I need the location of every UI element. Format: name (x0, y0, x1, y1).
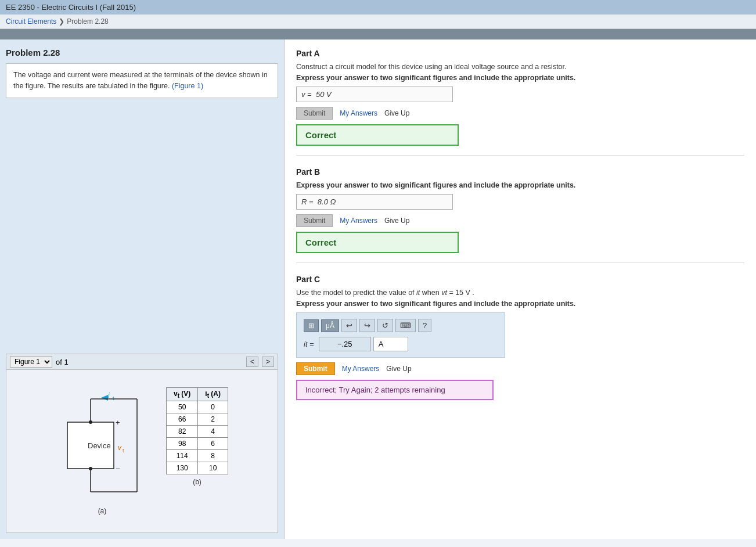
part-c-instr-mid: when (422, 289, 441, 297)
part-c-var1: it (416, 289, 420, 297)
part-b-answer-row (296, 194, 744, 210)
svg-text:Device: Device (88, 441, 111, 450)
part-c-help-button[interactable]: ? (418, 319, 431, 332)
svg-text:+: + (116, 418, 120, 427)
part-a-instruction2: Express your answer to two significant f… (296, 74, 744, 82)
table-row: 662 (166, 413, 228, 426)
table-col2-header: it (A) (198, 388, 228, 401)
table-row: 13010 (166, 462, 228, 474)
part-c-input-area: ⊞ μÅ ↩ ↪ ↺ ⌨ ? it = (296, 312, 505, 358)
part-c-undo-button[interactable]: ↩ (341, 319, 357, 332)
svg-text:t: t (123, 448, 124, 454)
part-c-unit-input[interactable] (373, 337, 408, 351)
part-a-section: Part A Construct a circuit model for thi… (296, 49, 744, 156)
data-table: vt (V) it (A) 500662824986114813010 (166, 387, 228, 474)
part-c-label: Part C (296, 275, 744, 284)
problem-title: Problem 2.28 (6, 48, 278, 57)
divider-bar (0, 29, 756, 39)
part-b-instruction2: Express your answer to two significant f… (296, 181, 744, 189)
part-a-instruction1: Construct a circuit model for this devic… (296, 63, 744, 71)
table-row: 500 (166, 401, 228, 413)
part-c-section: Part C Use the model to predict the valu… (296, 275, 744, 409)
part-b-section: Part B Express your answer to two signif… (296, 167, 744, 263)
course-title: EE 2350 - Electric Circuits I (Fall 2015… (6, 3, 136, 12)
part-c-answer-row: it = (304, 337, 498, 351)
part-c-submit-button[interactable]: Submit (296, 362, 335, 375)
figure-of-label: of 1 (56, 358, 69, 366)
part-b-label: Part B (296, 167, 744, 177)
circuit-svg: i t (56, 387, 149, 503)
part-b-answer-input[interactable] (296, 194, 453, 210)
part-a-label: Part A (296, 49, 744, 58)
part-c-instr-pre: Use the model to predict the value of (296, 289, 416, 297)
data-table-b: vt (V) it (A) 500662824986114813010 (b) (166, 387, 228, 486)
part-c-instr-end: = 15 V . (449, 289, 474, 297)
figure-diagram: i t (56, 387, 228, 515)
part-c-instruction1: Use the model to predict the value of it… (296, 289, 744, 297)
figure-prev-button[interactable]: < (246, 357, 258, 367)
right-panel: Part A Construct a circuit model for thi… (285, 39, 756, 539)
main-layout: Problem 2.28 The voltage and current wer… (0, 39, 756, 539)
table-row: 1148 (166, 450, 228, 462)
part-b-give-up[interactable]: Give Up (384, 217, 409, 225)
table-row: 986 (166, 438, 228, 450)
breadcrumb-separator: ❯ (59, 17, 64, 26)
left-panel: Problem 2.28 The voltage and current wer… (0, 39, 285, 539)
part-c-submit-row: Submit My Answers Give Up (296, 362, 744, 375)
part-c-toolbar: ⊞ μÅ ↩ ↪ ↺ ⌨ ? (304, 319, 498, 332)
part-c-redo-button[interactable]: ↪ (359, 319, 375, 332)
part-c-var2: vt (441, 289, 447, 297)
figure-area: Figure 1 of 1 < > i t (6, 354, 278, 533)
part-c-give-up[interactable]: Give Up (386, 365, 411, 373)
caption-a: (a) (56, 507, 149, 515)
circuit-diagram-a: i t (56, 387, 149, 515)
part-c-tool-grid-button[interactable]: ⊞ (304, 319, 319, 332)
part-b-my-answers-link[interactable]: My Answers (340, 217, 377, 225)
part-c-my-answers-link[interactable]: My Answers (342, 365, 380, 373)
breadcrumb-current: Problem 2.28 (67, 17, 108, 26)
svg-point-13 (89, 467, 92, 470)
part-c-tool-mu-button[interactable]: μÅ (321, 319, 339, 332)
part-b-correct-box: Correct (296, 232, 459, 253)
part-c-value-input[interactable] (319, 337, 371, 351)
svg-text:t: t (113, 395, 114, 401)
svg-marker-2 (101, 395, 108, 401)
part-a-answer-input[interactable] (296, 87, 453, 102)
part-c-reset-button[interactable]: ↺ (377, 319, 393, 332)
problem-description: The voltage and current were measured at… (6, 63, 278, 98)
part-a-my-answers-link[interactable]: My Answers (340, 109, 377, 117)
breadcrumb: Circuit Elements ❯ Problem 2.28 (0, 15, 756, 29)
part-a-correct-box: Correct (296, 124, 459, 146)
figure-select[interactable]: Figure 1 (10, 356, 52, 368)
table-row: 824 (166, 426, 228, 438)
figure-link[interactable]: (Figure 1) (172, 82, 203, 90)
problem-description-text: The voltage and current were measured at… (13, 71, 268, 90)
part-b-submit-button[interactable]: Submit (296, 214, 333, 227)
part-a-give-up[interactable]: Give Up (384, 109, 409, 117)
svg-point-11 (89, 420, 92, 424)
part-a-submit-button[interactable]: Submit (296, 107, 333, 120)
part-a-submit-row: Submit My Answers Give Up (296, 107, 744, 120)
part-a-answer-row (296, 87, 744, 102)
part-c-incorrect-box: Incorrect; Try Again; 2 attempts remaini… (296, 380, 494, 400)
part-c-answer-prefix: it = (304, 340, 314, 348)
table-col1-header: vt (V) (166, 388, 197, 401)
svg-text:−: − (116, 465, 120, 473)
figure-content: i t (6, 370, 278, 532)
breadcrumb-link[interactable]: Circuit Elements (6, 17, 56, 26)
figure-toolbar: Figure 1 of 1 < > (6, 354, 278, 370)
svg-text:v: v (118, 444, 122, 452)
part-b-submit-row: Submit My Answers Give Up (296, 214, 744, 227)
top-bar: EE 2350 - Electric Circuits I (Fall 2015… (0, 0, 756, 15)
svg-text:i: i (108, 391, 110, 400)
figure-next-button[interactable]: > (262, 357, 274, 367)
part-c-keyboard-button[interactable]: ⌨ (395, 319, 416, 332)
caption-b: (b) (166, 478, 228, 486)
part-c-instruction2: Express your answer to two significant f… (296, 300, 744, 308)
